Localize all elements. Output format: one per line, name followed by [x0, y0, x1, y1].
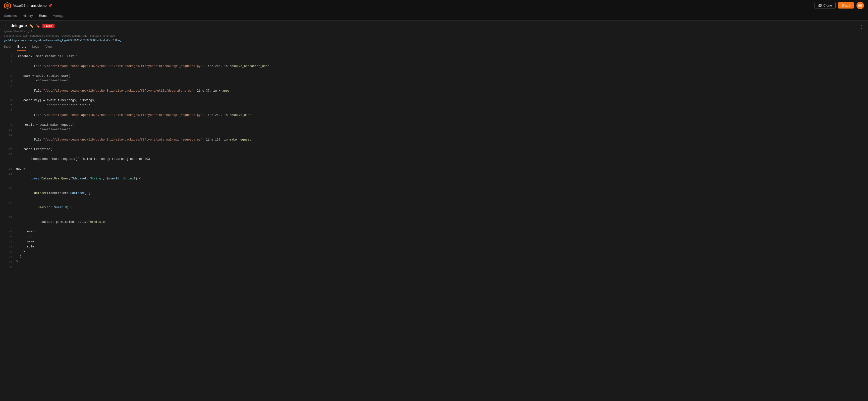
run-tabs: Input Errors Logs View [4, 45, 864, 51]
back-button[interactable]: ← [4, 24, 8, 28]
code-line-18: 18 dataset_permission: activePermission [0, 215, 868, 230]
code-line-3: 3 user = await resolve_user( [0, 74, 868, 79]
run-timestamps: Failed a month ago · Scheduled a month a… [4, 34, 860, 37]
code-line-17: 17 user(id: $userId) { [0, 201, 868, 215]
subnav-item-history[interactable]: History [23, 11, 33, 20]
code-line-14: 14 query= [0, 167, 868, 172]
run-log-path[interactable]: gs://delegated-operator-logs/dev-fiftyon… [4, 39, 860, 42]
code-line-19: 19 email [0, 229, 868, 234]
tab-view[interactable]: View [45, 45, 53, 51]
code-line-21: 21 name [0, 239, 868, 244]
code-line-15: 15 query DatasetUserQuery($dataset: Stri… [0, 172, 868, 186]
run-meta-path: @voxel51/utils/delegate [4, 30, 860, 33]
code-line-13: 13 Exception: `make_request()` failed to… [0, 152, 868, 167]
tab-logs[interactable]: Logs [32, 45, 39, 51]
code-line-8: 8 File "/opt/fiftyone-teams-app/lib/pyth… [0, 108, 868, 123]
tab-errors[interactable]: Errors [17, 45, 26, 51]
code-line-1: 1 Traceback (most recent call last): [0, 54, 868, 59]
code-line-22: 22 role [0, 244, 868, 249]
main-content: ← delegate ✏️ 🔖 Failed @voxel51/utils/de… [0, 21, 868, 401]
status-badge: Failed [42, 24, 55, 28]
code-line-23: 23 } [0, 249, 868, 255]
code-line-5: 5 File "/opt/fiftyone-teams-app/lib/pyth… [0, 84, 868, 98]
run-name: delegate [10, 24, 27, 28]
more-options-button[interactable]: ⋮ [860, 24, 864, 30]
subnav-item-samples[interactable]: Samples [4, 11, 17, 20]
subnav-item-manage[interactable]: Manage [53, 11, 64, 20]
project-label[interactable]: runs-demo [30, 3, 47, 7]
avatar[interactable]: BB [857, 2, 864, 9]
code-line-7: 7 ^^^^^^^^^^^^^^^^^^^^^^^^ [0, 103, 868, 108]
code-line-20: 20 id [0, 234, 868, 239]
share-button[interactable]: Share [838, 2, 854, 8]
code-line-10: 10 ^^^^^^^^^^^^^^^^^ [0, 128, 868, 133]
run-header: ← delegate ✏️ 🔖 Failed @voxel51/utils/de… [0, 21, 868, 51]
subnav-item-runs[interactable]: Runs [39, 11, 46, 20]
code-line-6: 6 cache[key] = await func(*args, **kwarg… [0, 98, 868, 103]
clone-icon [818, 4, 822, 7]
navbar-left: Voxel51 › runs-demo 📌 [4, 2, 52, 9]
logo-icon [4, 2, 11, 9]
code-line-2: 2 File "/opt/fiftyone-teams-app/lib/pyth… [0, 59, 868, 74]
brand-label[interactable]: Voxel51 [13, 3, 26, 7]
error-output: 1 Traceback (most recent call last): 2 F… [0, 51, 868, 401]
run-title-row: ← delegate ✏️ 🔖 Failed [4, 24, 860, 28]
code-line-25: 25 } [0, 260, 868, 265]
tab-input[interactable]: Input [4, 45, 11, 51]
breadcrumb: Voxel51 › runs-demo 📌 [13, 3, 52, 7]
code-line-9: 9 result = await make_request( [0, 123, 868, 128]
code-line-12: 12 raise Exception( [0, 147, 868, 152]
subnav: Samples History Runs Manage [0, 11, 868, 21]
clone-button[interactable]: Clone [814, 2, 836, 9]
code-line-4: 4 ^^^^^^^^^^^^^^^^^^ [0, 79, 868, 84]
code-line-16: 16 dataset(identifier: $dataset) { [0, 186, 868, 201]
pin-icon[interactable]: 📌 [49, 4, 52, 7]
navbar-right: Clone Share BB [814, 2, 864, 9]
edit-icon[interactable]: ✏️ [29, 24, 33, 28]
code-line-24: 24 } [0, 255, 868, 260]
navbar: Voxel51 › runs-demo 📌 Clone Share BB [0, 0, 868, 11]
code-line-11: 11 File "/opt/fiftyone-teams-app/lib/pyt… [0, 133, 868, 147]
pin-run-icon[interactable]: 🔖 [36, 24, 40, 28]
svg-marker-1 [6, 4, 9, 7]
breadcrumb-separator: › [27, 3, 28, 7]
code-line-26: 26 [0, 265, 868, 269]
